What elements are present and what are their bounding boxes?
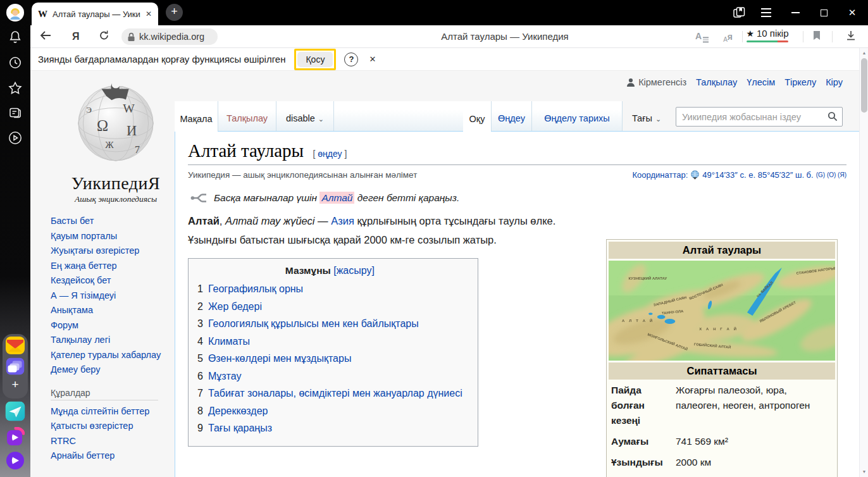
scroll-down-arrow[interactable]: ▼: [860, 467, 868, 477]
toc-item[interactable]: 8Дереккөздер: [197, 402, 462, 420]
personal-link[interactable]: Тіркелу: [784, 77, 816, 87]
history-clock-icon[interactable]: [8, 56, 22, 72]
media-play-icon[interactable]: [8, 130, 23, 148]
toc-item[interactable]: 7Табиғат зоналары, өсімдіктері мен жануа…: [197, 385, 462, 402]
infobox-row: Ұзындығы 2000 км: [609, 452, 835, 473]
add-app-button[interactable]: +: [11, 378, 18, 392]
scroll-up-arrow[interactable]: ▲: [860, 48, 868, 58]
url-pill[interactable]: kk.wikipedia.org: [121, 28, 218, 45]
yandex-disk-icon[interactable]: [6, 358, 25, 375]
window-minimize-button[interactable]: [786, 0, 805, 25]
infobox-section-header: Сипаттамасы: [609, 362, 835, 380]
sidebar-item[interactable]: А — Я тізімдеуі: [51, 288, 166, 304]
sidebar-item[interactable]: Қателер туралы хабарлау: [51, 348, 166, 363]
sidebar-item[interactable]: Басты бет: [51, 214, 166, 229]
toc-item[interactable]: 9Тағы қараңыз: [197, 419, 462, 437]
music-app-icon[interactable]: [6, 427, 25, 446]
toc-item[interactable]: 6Мұзтау: [197, 368, 462, 385]
sidebar-item[interactable]: Демеу беру: [51, 362, 166, 378]
infobox-row: Аумағы 741 569 км²: [609, 431, 835, 452]
tab-article[interactable]: Мақала: [175, 101, 218, 132]
bookmark-flag-icon[interactable]: [812, 30, 821, 43]
notifications-bell-icon[interactable]: [8, 30, 22, 47]
browser-sidebar: +: [0, 0, 30, 477]
translate-icon[interactable]: Aя: [723, 30, 733, 42]
search-input[interactable]: [676, 107, 843, 127]
coordinate-services[interactable]: (G) (O) (Я): [816, 171, 846, 178]
map-label: Х А Н Г А Й: [699, 326, 738, 331]
sidebar-item[interactable]: Форум: [51, 318, 166, 333]
scroll-thumb[interactable]: [861, 58, 867, 113]
back-button[interactable]: [39, 30, 52, 43]
tab-edit[interactable]: Өңдеу: [491, 101, 531, 131]
reader-mode-icon[interactable]: A: [695, 30, 709, 42]
infobox-value: 2000 км: [676, 455, 826, 470]
tab-close-icon[interactable]: ✕: [146, 9, 152, 18]
hatnote: Басқа мағыналар үшін Алтай деген бетті қ…: [190, 192, 846, 204]
notes-icon[interactable]: [8, 106, 23, 122]
coordinates[interactable]: Координаттар: 49°14′33″ с. е. 85°45′32″ …: [633, 170, 846, 180]
article-content: Алтай таулары [ өңдеу ] Уикипедия — ашық…: [175, 131, 859, 477]
enable-protection-button[interactable]: Қосу: [297, 52, 333, 67]
yandex-mail-icon[interactable]: [6, 337, 25, 354]
messenger-app-icon[interactable]: [6, 402, 25, 421]
coordinate-value[interactable]: 49°14′33″ с. е. 85°45′32″ ш. б.: [702, 170, 813, 180]
window-maximize-button[interactable]: [814, 0, 833, 25]
notification-bar: Зиянды бағдарламалардан қорғау функциясы…: [30, 48, 859, 71]
tab-history[interactable]: Өңделу тарихы: [531, 101, 623, 131]
toc-item[interactable]: 2Жер бедері: [197, 298, 462, 316]
browser-tab[interactable]: W Алтай таулары — Уики ✕: [32, 3, 158, 25]
reload-button[interactable]: [99, 30, 109, 43]
toc-item[interactable]: 4Климаты: [197, 333, 462, 350]
tab-more[interactable]: Тағы⌄: [623, 101, 671, 131]
personal-link[interactable]: Талқылау: [696, 77, 737, 87]
personal-link[interactable]: Кіру: [826, 77, 843, 87]
page-title: Алтай таулары — Уикипедия: [385, 25, 625, 48]
sidebar-item[interactable]: Кездейсоқ бет: [51, 273, 166, 288]
download-icon[interactable]: [845, 30, 857, 44]
toc: Мазмұны [жасыру] 1Географиялық орны2Жер …: [188, 258, 478, 447]
sidebar-item[interactable]: Мұнда сілтейтін беттер: [51, 404, 166, 419]
sidebar-item[interactable]: Талқылау легі: [51, 333, 166, 348]
tab-read[interactable]: Оқу: [463, 101, 491, 132]
toc-item[interactable]: 1Географиялық орны: [197, 280, 462, 298]
puzzle-globe: Ω W И Ж 7 Э: [68, 75, 163, 170]
infobox-map[interactable]: КУЗНЕЦКИЙ АЛАТАУ ЗАПАДНЫЙ САЯН ВОСТОЧНЫЙ…: [609, 261, 835, 361]
yandex-search-button[interactable]: Я: [72, 31, 80, 42]
alice-app-icon[interactable]: [6, 451, 25, 470]
personal-link[interactable]: Үлесім: [747, 77, 775, 87]
wikipedia-favicon: W: [38, 9, 47, 20]
wikipedia-logo[interactable]: Ω W И Ж 7 Э УикипедиЯ Ашық энциклопедияс…: [57, 75, 175, 204]
sidebar-item[interactable]: Анықтама: [51, 303, 166, 318]
sidebar-item[interactable]: Қауым порталы: [51, 229, 166, 244]
tab-talk[interactable]: Талқылау: [218, 101, 276, 131]
star-icon: ★: [746, 28, 754, 39]
sidebar-item[interactable]: Арнайы беттер: [51, 449, 166, 464]
sidebar-item[interactable]: Жуықтағы өзгерістер: [51, 244, 166, 259]
tabs-panel-icon[interactable]: [729, 0, 749, 25]
infobox-row: Ең биік Мұзтау шыңы: [609, 473, 835, 477]
infobox-label: Ұзындығы: [611, 455, 676, 470]
sidebar-item[interactable]: Ең жаңа беттер: [51, 259, 166, 274]
toc-item[interactable]: 5Өзен-көлдері мен мұздықтары: [197, 350, 462, 368]
notification-close-icon[interactable]: ✕: [369, 54, 376, 64]
profile-avatar[interactable]: [6, 4, 24, 24]
sidebar-item[interactable]: RTRC: [51, 434, 166, 449]
menu-hamburger-icon[interactable]: [757, 0, 776, 25]
infobox: Алтай таулары: [606, 239, 838, 477]
address-bar: Я kk.wikipedia.org Алтай таулары — Уикип…: [30, 25, 868, 48]
new-tab-button[interactable]: +: [166, 4, 183, 21]
sidebar-item[interactable]: Қатысты өзгерістер: [51, 419, 166, 434]
bookmarks-star-icon[interactable]: [8, 81, 23, 97]
scrollbar[interactable]: ▲ ▼: [859, 48, 868, 477]
edit-section-link[interactable]: [ өңдеу ]: [313, 149, 347, 159]
help-icon[interactable]: ?: [344, 53, 358, 66]
search-icon[interactable]: [828, 111, 838, 123]
toc-toggle[interactable]: жасыру: [337, 265, 372, 276]
toc-item[interactable]: 3Геологиялық құрылысы мен кен байлықтары: [197, 315, 462, 333]
reviews-badge[interactable]: ★10 пікір: [739, 28, 796, 42]
wiki-tabs-row: Мақала Талқылау disable⌄ Оқу Өңдеу Өңдел…: [175, 101, 859, 132]
tab-disable[interactable]: disable⌄: [276, 101, 334, 131]
window-close-button[interactable]: ✕: [843, 0, 862, 25]
hatnote-link[interactable]: Алтай: [319, 192, 354, 204]
